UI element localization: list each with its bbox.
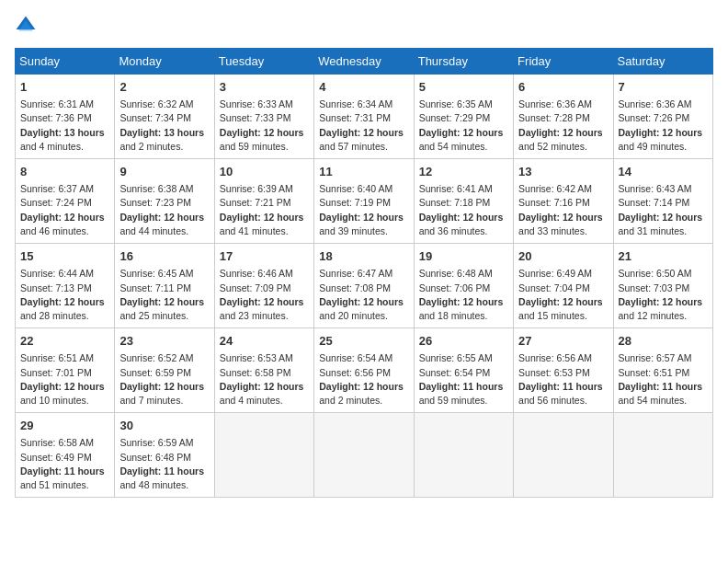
sunset-text: Sunset: 7:11 PM <box>119 282 191 293</box>
sunrise-text: Sunrise: 6:33 AM <box>220 98 293 109</box>
daylight-hours-label: Daylight: 12 hours <box>119 296 204 307</box>
daylight-minutes: and 7 minutes. <box>119 395 183 406</box>
calendar-cell: 24Sunrise: 6:53 AMSunset: 6:58 PMDayligh… <box>214 328 313 413</box>
day-number: 19 <box>419 248 508 265</box>
daylight-minutes: and 2 minutes. <box>319 395 382 406</box>
sunset-text: Sunset: 6:48 PM <box>119 452 191 463</box>
sunrise-text: Sunrise: 6:52 AM <box>119 352 193 363</box>
sunset-text: Sunset: 6:54 PM <box>419 367 491 378</box>
calendar-cell: 8Sunrise: 6:37 AMSunset: 7:24 PMDaylight… <box>16 159 115 244</box>
calendar-cell: 16Sunrise: 6:45 AMSunset: 7:11 PMDayligh… <box>115 244 214 328</box>
sunrise-text: Sunrise: 6:37 AM <box>20 183 94 194</box>
daylight-minutes: and 59 minutes. <box>220 141 289 152</box>
daylight-hours-label: Daylight: 12 hours <box>319 381 404 392</box>
day-info: Sunrise: 6:48 AMSunset: 7:06 PMDaylight:… <box>419 267 508 323</box>
sunset-text: Sunset: 7:33 PM <box>220 112 291 123</box>
calendar-cell: 15Sunrise: 6:44 AMSunset: 7:13 PMDayligh… <box>16 244 115 328</box>
sunrise-text: Sunrise: 6:48 AM <box>419 268 493 279</box>
day-number: 11 <box>319 164 408 180</box>
day-number: 12 <box>419 164 508 180</box>
daylight-hours-label: Daylight: 12 hours <box>419 296 504 307</box>
day-info: Sunrise: 6:53 AMSunset: 6:58 PMDaylight:… <box>220 351 309 408</box>
day-info: Sunrise: 6:32 AMSunset: 7:34 PMDaylight:… <box>119 98 209 154</box>
daylight-hours-label: Daylight: 12 hours <box>119 212 204 223</box>
daylight-minutes: and 49 minutes. <box>619 141 688 152</box>
calendar-cell: 19Sunrise: 6:48 AMSunset: 7:06 PMDayligh… <box>414 244 513 328</box>
sunset-text: Sunset: 7:24 PM <box>20 197 92 208</box>
sunset-text: Sunset: 7:21 PM <box>220 197 291 208</box>
sunset-text: Sunset: 6:51 PM <box>619 367 690 378</box>
day-number: 7 <box>619 79 708 96</box>
day-number: 2 <box>119 79 209 96</box>
calendar-header-friday: Friday <box>514 49 613 75</box>
sunrise-text: Sunrise: 6:55 AM <box>419 352 493 363</box>
day-number: 8 <box>20 164 109 180</box>
day-number: 20 <box>518 248 608 265</box>
calendar-cell: 4Sunrise: 6:34 AMSunset: 7:31 PMDaylight… <box>314 75 414 159</box>
calendar-cell <box>214 413 313 498</box>
sunset-text: Sunset: 6:53 PM <box>518 367 590 378</box>
calendar-table: SundayMondayTuesdayWednesdayThursdayFrid… <box>15 48 713 498</box>
daylight-minutes: and 59 minutes. <box>419 395 488 406</box>
sunset-text: Sunset: 7:26 PM <box>619 112 690 123</box>
daylight-minutes: and 56 minutes. <box>518 395 587 406</box>
sunset-text: Sunset: 7:06 PM <box>419 282 491 293</box>
day-info: Sunrise: 6:44 AMSunset: 7:13 PMDaylight:… <box>20 267 109 323</box>
sunrise-text: Sunrise: 6:54 AM <box>319 352 392 363</box>
sunset-text: Sunset: 7:13 PM <box>20 282 92 293</box>
day-number: 22 <box>20 333 109 350</box>
day-info: Sunrise: 6:36 AMSunset: 7:28 PMDaylight:… <box>518 98 608 154</box>
daylight-hours-label: Daylight: 12 hours <box>319 127 404 138</box>
day-info: Sunrise: 6:51 AMSunset: 7:01 PMDaylight:… <box>20 351 109 408</box>
sunrise-text: Sunrise: 6:36 AM <box>619 98 692 109</box>
daylight-hours-label: Daylight: 12 hours <box>518 296 603 307</box>
calendar-cell: 22Sunrise: 6:51 AMSunset: 7:01 PMDayligh… <box>16 328 115 413</box>
day-number: 6 <box>518 79 608 96</box>
day-info: Sunrise: 6:37 AMSunset: 7:24 PMDaylight:… <box>20 182 109 238</box>
calendar-week-1: 1Sunrise: 6:31 AMSunset: 7:36 PMDaylight… <box>16 75 713 159</box>
day-info: Sunrise: 6:41 AMSunset: 7:18 PMDaylight:… <box>419 182 508 238</box>
daylight-minutes: and 33 minutes. <box>518 225 587 236</box>
daylight-minutes: and 23 minutes. <box>220 310 289 321</box>
day-number: 4 <box>319 79 408 96</box>
calendar-cell: 21Sunrise: 6:50 AMSunset: 7:03 PMDayligh… <box>613 244 712 328</box>
sunrise-text: Sunrise: 6:35 AM <box>419 98 493 109</box>
logo-icon <box>15 15 37 37</box>
day-number: 30 <box>119 418 209 434</box>
sunset-text: Sunset: 6:56 PM <box>319 367 391 378</box>
daylight-hours-label: Daylight: 11 hours <box>518 381 603 392</box>
calendar-cell: 30Sunrise: 6:59 AMSunset: 6:48 PMDayligh… <box>115 413 214 498</box>
calendar-cell <box>414 413 513 498</box>
day-info: Sunrise: 6:58 AMSunset: 6:49 PMDaylight:… <box>20 436 109 492</box>
day-info: Sunrise: 6:31 AMSunset: 7:36 PMDaylight:… <box>20 98 109 154</box>
day-number: 24 <box>220 333 309 350</box>
day-number: 5 <box>419 79 508 96</box>
calendar-header-wednesday: Wednesday <box>314 49 414 75</box>
calendar-cell: 11Sunrise: 6:40 AMSunset: 7:19 PMDayligh… <box>314 159 414 244</box>
daylight-hours-label: Daylight: 12 hours <box>518 212 603 223</box>
day-number: 17 <box>220 248 309 265</box>
daylight-minutes: and 44 minutes. <box>119 225 188 236</box>
day-number: 28 <box>619 333 708 350</box>
sunset-text: Sunset: 7:08 PM <box>319 282 391 293</box>
calendar-cell: 10Sunrise: 6:39 AMSunset: 7:21 PMDayligh… <box>214 159 313 244</box>
calendar-cell: 5Sunrise: 6:35 AMSunset: 7:29 PMDaylight… <box>414 75 513 159</box>
calendar-cell <box>514 413 613 498</box>
daylight-minutes: and 20 minutes. <box>319 310 388 321</box>
sunrise-text: Sunrise: 6:59 AM <box>119 437 193 448</box>
calendar-cell: 3Sunrise: 6:33 AMSunset: 7:33 PMDaylight… <box>214 75 313 159</box>
daylight-minutes: and 46 minutes. <box>20 225 89 236</box>
sunrise-text: Sunrise: 6:42 AM <box>518 183 592 194</box>
day-info: Sunrise: 6:57 AMSunset: 6:51 PMDaylight:… <box>619 351 708 408</box>
sunrise-text: Sunrise: 6:53 AM <box>220 352 293 363</box>
sunset-text: Sunset: 7:01 PM <box>20 367 92 378</box>
sunset-text: Sunset: 6:59 PM <box>119 367 191 378</box>
sunrise-text: Sunrise: 6:57 AM <box>619 352 692 363</box>
daylight-minutes: and 36 minutes. <box>419 225 488 236</box>
daylight-hours-label: Daylight: 13 hours <box>20 127 105 138</box>
sunset-text: Sunset: 7:29 PM <box>419 112 491 123</box>
daylight-hours-label: Daylight: 12 hours <box>319 296 404 307</box>
calendar-header-monday: Monday <box>115 49 214 75</box>
day-number: 26 <box>419 333 508 350</box>
daylight-minutes: and 39 minutes. <box>319 225 388 236</box>
